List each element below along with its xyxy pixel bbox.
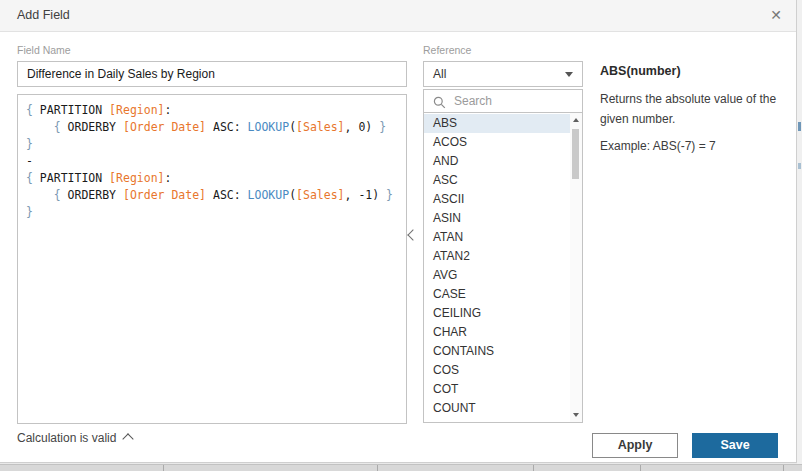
code-line: { ORDERBY [Order Date] ASC: LOOKUP([Sale… bbox=[26, 119, 398, 136]
search-icon bbox=[433, 95, 446, 113]
reference-dropdown-value: All bbox=[433, 62, 446, 86]
function-list-item[interactable]: ATAN2 bbox=[424, 247, 571, 266]
chevron-down-icon bbox=[565, 72, 573, 77]
code-line: { PARTITION [Region]: bbox=[26, 102, 398, 119]
collapse-panel-chevron-icon[interactable] bbox=[407, 229, 418, 240]
background-mark bbox=[798, 163, 801, 169]
function-list-item[interactable]: CEILING bbox=[424, 304, 571, 323]
background-app-strip bbox=[0, 464, 802, 471]
scrollbar-thumb[interactable] bbox=[572, 129, 579, 179]
background-grid-divider bbox=[783, 465, 784, 471]
reference-dropdown[interactable]: All bbox=[423, 61, 583, 87]
code-line: } bbox=[26, 136, 398, 153]
field-name-input[interactable]: Difference in Daily Sales by Region bbox=[17, 61, 407, 87]
function-list-item[interactable]: ASCII bbox=[424, 190, 571, 209]
background-mark bbox=[798, 122, 801, 131]
dialog-title: Add Field bbox=[17, 0, 70, 31]
function-list-item[interactable]: AND bbox=[424, 152, 571, 171]
add-field-dialog: Add Field ✕ Field Name Difference in Dai… bbox=[0, 0, 797, 463]
function-list-item[interactable]: COS bbox=[424, 361, 571, 380]
function-list-item[interactable]: AVG bbox=[424, 266, 571, 285]
calculation-status[interactable]: Calculation is valid bbox=[17, 431, 132, 445]
close-icon[interactable]: ✕ bbox=[770, 8, 782, 22]
function-list-item[interactable]: CHAR bbox=[424, 323, 571, 342]
function-signature: ABS(number) bbox=[600, 64, 681, 78]
function-example: Example: ABS(-7) = 7 bbox=[600, 139, 716, 153]
background-grid-divider bbox=[377, 465, 378, 471]
code-line: - bbox=[26, 153, 398, 170]
scroll-down-icon[interactable] bbox=[573, 413, 579, 417]
screen: Add Field ✕ Field Name Difference in Dai… bbox=[0, 0, 802, 471]
function-description: Returns the absolute value of the given … bbox=[600, 89, 798, 129]
field-name-label: Field Name bbox=[17, 44, 71, 56]
background-grid-divider bbox=[533, 465, 534, 471]
calculation-editor[interactable]: { PARTITION [Region]: { ORDERBY [Order D… bbox=[17, 94, 407, 424]
calculation-code: { PARTITION [Region]: { ORDERBY [Order D… bbox=[26, 102, 398, 221]
function-list-item[interactable]: CONTAINS bbox=[424, 342, 571, 361]
function-list: ABSACOSANDASCASCIIASINATANATAN2AVGCASECE… bbox=[423, 112, 583, 423]
function-list-item[interactable]: CASE bbox=[424, 285, 571, 304]
function-list-item[interactable]: ASC bbox=[424, 171, 571, 190]
save-button[interactable]: Save bbox=[692, 433, 778, 458]
function-search-input[interactable]: Search bbox=[423, 89, 583, 113]
calculation-status-text: Calculation is valid bbox=[17, 431, 116, 445]
reference-label: Reference bbox=[423, 44, 471, 56]
code-line: { ORDERBY [Order Date] ASC: LOOKUP([Sale… bbox=[26, 187, 398, 204]
dialog-header: Add Field ✕ bbox=[0, 0, 796, 32]
function-list-item[interactable]: COT bbox=[424, 380, 571, 399]
function-list-item[interactable]: ASIN bbox=[424, 209, 571, 228]
background-grid-divider bbox=[640, 465, 641, 471]
code-line: { PARTITION [Region]: bbox=[26, 170, 398, 187]
function-list-item[interactable]: COUNTD bbox=[424, 418, 571, 423]
function-list-item[interactable]: ABS bbox=[424, 114, 571, 133]
apply-button[interactable]: Apply bbox=[592, 433, 678, 458]
function-list-item[interactable]: ACOS bbox=[424, 133, 571, 152]
code-line: } bbox=[26, 204, 398, 221]
background-grid-divider bbox=[163, 465, 164, 471]
function-list-item[interactable]: ATAN bbox=[424, 228, 571, 247]
function-list-item[interactable]: COUNT bbox=[424, 399, 571, 418]
scroll-up-icon[interactable] bbox=[573, 118, 579, 122]
function-list-scrollbar[interactable] bbox=[570, 113, 582, 422]
search-placeholder: Search bbox=[454, 90, 492, 112]
chevron-up-icon bbox=[123, 433, 134, 444]
background-right-sliver bbox=[797, 0, 802, 464]
